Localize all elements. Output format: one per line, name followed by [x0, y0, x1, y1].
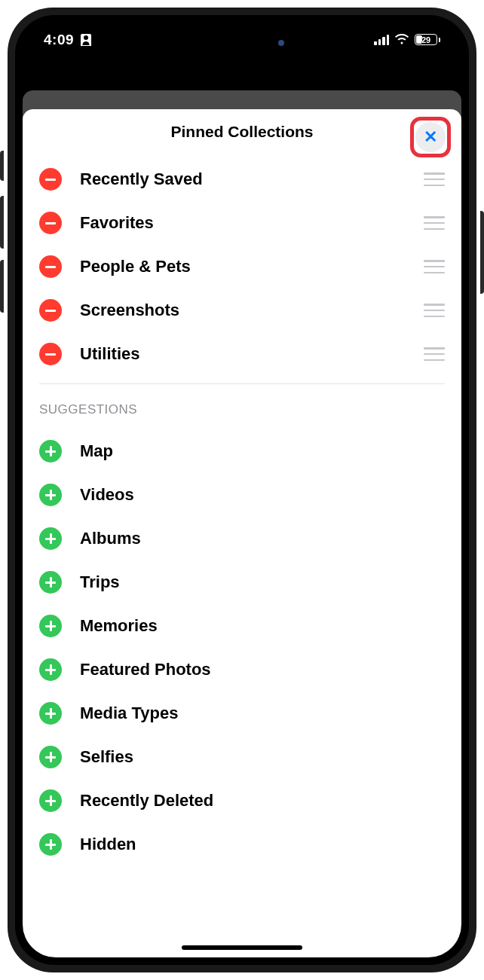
drag-handle-icon[interactable] — [424, 304, 445, 317]
add-button[interactable] — [39, 746, 62, 768]
sheet-header: Pinned Collections ✕ — [23, 109, 461, 151]
suggestions-header: SUGGESTIONS — [23, 384, 461, 423]
wifi-icon — [394, 34, 409, 45]
suggestion-row[interactable]: Hidden — [23, 823, 461, 866]
remove-button[interactable] — [39, 299, 62, 322]
row-label: Featured Photos — [80, 660, 445, 679]
minus-icon — [45, 266, 56, 268]
add-button[interactable] — [39, 527, 62, 550]
add-button[interactable] — [39, 833, 62, 856]
battery-indicator: 29 — [415, 34, 440, 45]
minus-icon — [45, 310, 56, 312]
contact-card-icon — [81, 34, 91, 46]
status-time: 4:09 — [44, 32, 74, 48]
cellular-signal-icon — [374, 35, 389, 45]
power-button — [480, 211, 484, 294]
modal-sheet: Pinned Collections ✕ Recently Saved Favo… — [23, 109, 461, 957]
drag-handle-icon[interactable] — [424, 216, 445, 230]
phone-frame: 4:09 29 — [8, 8, 476, 972]
remove-button[interactable] — [39, 212, 62, 234]
minus-icon — [45, 222, 56, 224]
suggestion-row[interactable]: Featured Photos — [23, 648, 461, 691]
close-button[interactable]: ✕ — [415, 122, 446, 152]
suggestions-list: Map Videos Albums Trips Memories — [23, 423, 461, 866]
dynamic-island — [189, 29, 295, 57]
remove-button[interactable] — [39, 343, 62, 365]
row-label: Memories — [80, 616, 445, 636]
row-label: Albums — [80, 529, 445, 548]
camera-dot-icon — [278, 40, 284, 46]
row-label: Map — [80, 441, 445, 461]
suggestion-row[interactable]: Albums — [23, 517, 461, 560]
volume-up-button — [0, 196, 4, 249]
drag-handle-icon[interactable] — [424, 172, 445, 186]
suggestion-row[interactable]: Recently Deleted — [23, 779, 461, 823]
row-label: Media Types — [80, 704, 445, 723]
battery-percentage: 29 — [421, 35, 430, 44]
add-button[interactable] — [39, 658, 62, 681]
add-button[interactable] — [39, 615, 62, 637]
sheet-title: Pinned Collections — [170, 123, 313, 141]
row-label: Hidden — [80, 835, 445, 854]
row-label: Utilities — [80, 344, 424, 364]
suggestion-row[interactable]: Map — [23, 429, 461, 473]
row-label: Recently Deleted — [80, 791, 445, 811]
suggestion-row[interactable]: Trips — [23, 560, 461, 604]
volume-down-button — [0, 260, 4, 313]
suggestion-row[interactable]: Selfies — [23, 735, 461, 779]
status-left: 4:09 — [44, 32, 91, 48]
close-button-highlight: ✕ — [410, 117, 451, 157]
drag-handle-icon[interactable] — [424, 347, 445, 361]
add-button[interactable] — [39, 484, 62, 506]
pinned-row[interactable]: Screenshots — [23, 289, 461, 332]
add-button[interactable] — [39, 571, 62, 594]
add-button[interactable] — [39, 702, 62, 725]
phone-screen: 4:09 29 — [15, 15, 469, 965]
minus-icon — [45, 179, 56, 181]
suggestion-row[interactable]: Memories — [23, 604, 461, 648]
pinned-list: Recently Saved Favorites People & Pets S… — [23, 151, 461, 376]
pinned-row[interactable]: Recently Saved — [23, 157, 461, 201]
suggestion-row[interactable]: Videos — [23, 473, 461, 517]
pinned-row[interactable]: People & Pets — [23, 245, 461, 289]
pinned-row[interactable]: Favorites — [23, 201, 461, 245]
minus-icon — [45, 353, 56, 356]
row-label: Recently Saved — [80, 169, 424, 189]
row-label: Trips — [80, 572, 445, 592]
remove-button[interactable] — [39, 255, 62, 278]
row-label: Favorites — [80, 213, 424, 233]
row-label: People & Pets — [80, 257, 424, 276]
suggestion-row[interactable]: Media Types — [23, 691, 461, 735]
drag-handle-icon[interactable] — [424, 260, 445, 273]
row-label: Screenshots — [80, 301, 424, 320]
remove-button[interactable] — [39, 168, 62, 191]
status-right: 29 — [374, 34, 440, 45]
home-indicator[interactable] — [182, 945, 302, 950]
add-button[interactable] — [39, 440, 62, 463]
pinned-row[interactable]: Utilities — [23, 332, 461, 376]
add-button[interactable] — [39, 789, 62, 812]
row-label: Selfies — [80, 747, 445, 767]
volume-mute-switch — [0, 151, 4, 181]
close-icon: ✕ — [424, 129, 437, 145]
row-label: Videos — [80, 485, 445, 505]
